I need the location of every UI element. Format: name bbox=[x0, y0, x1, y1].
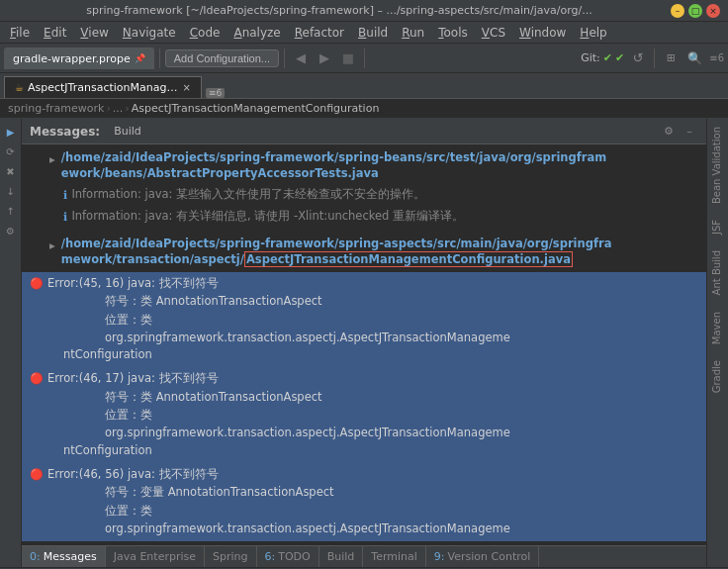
messages-panel: Messages: Build ⚙ – ▸ /home/zaid/IdeaPro… bbox=[22, 119, 706, 567]
msg-info-2: ℹ Information: java: 有关详细信息, 请使用 -Xlint:… bbox=[22, 206, 706, 228]
bottom-tab-label-0: Messages bbox=[44, 550, 97, 563]
toolbar-file-tab[interactable]: gradle-wrapper.prope 📌 bbox=[4, 47, 154, 69]
menu-item-run[interactable]: Run bbox=[396, 24, 430, 42]
bottom-tabs: 0:MessagesJava EnterpriseSpring6:TODOBui… bbox=[22, 545, 706, 567]
bottom-tab-todo[interactable]: 6:TODO bbox=[257, 546, 319, 568]
messages-settings-btn[interactable]: ⚙ bbox=[660, 123, 678, 141]
bottom-tab-java-enterprise[interactable]: Java Enterprise bbox=[106, 546, 205, 568]
msg-path-1[interactable]: ▸ /home/zaid/IdeaProjects/spring-framewo… bbox=[22, 146, 706, 184]
bottom-tab-label-3: TODO bbox=[278, 550, 311, 563]
error-block: 🔴 Error:(45, 16) java: 找不到符号 符号：类 Annota… bbox=[22, 272, 706, 541]
file-tab-aspectj[interactable]: ☕ AspectJTransactionManagementConfigurat… bbox=[4, 76, 202, 98]
menu-item-code[interactable]: Code bbox=[184, 24, 227, 42]
run-back-button: ◀ bbox=[290, 47, 312, 69]
info-icon-2: ℹ bbox=[63, 209, 67, 226]
right-tab-jsf[interactable]: JSF bbox=[708, 212, 727, 242]
error-detail-text-2c: org.springframework.transaction.aspectj.… bbox=[63, 426, 510, 456]
breadcrumb-project[interactable]: spring-framework bbox=[8, 102, 104, 115]
toolbar-separator bbox=[159, 48, 160, 68]
build-tab[interactable]: Build bbox=[108, 123, 147, 140]
git-refresh-button[interactable]: ↺ bbox=[627, 47, 649, 69]
toolbar-file-tab-name: gradle-wrapper.prope bbox=[13, 52, 131, 65]
error-text-3: Error:(46, 56) java: 找不到符号 bbox=[47, 466, 219, 483]
error-detail-text-1a: 符号：类 AnnotationTransactionAspect bbox=[63, 294, 330, 308]
msg-path-2[interactable]: ▸ /home/zaid/IdeaProjects/spring-framewo… bbox=[22, 233, 706, 270]
stop-icon[interactable]: ✖ bbox=[2, 162, 20, 180]
run-icon[interactable]: ▶ bbox=[2, 123, 20, 141]
menu-bar: FileEditViewNavigateCodeAnalyzeRefactorB… bbox=[0, 22, 728, 44]
menu-item-view[interactable]: View bbox=[74, 24, 114, 42]
error-text-1: Error:(45, 16) java: 找不到符号 bbox=[47, 275, 219, 292]
path-highlight: AspectJTransactionManagementConfiguratio… bbox=[244, 251, 573, 267]
toolbar-extra-btn[interactable]: ⊞ bbox=[660, 47, 682, 69]
path-arrow-icon-2: ▸ bbox=[49, 237, 55, 254]
toolbar: gradle-wrapper.prope 📌 Add Configuration… bbox=[0, 44, 728, 73]
menu-item-analyze[interactable]: Analyze bbox=[228, 24, 286, 42]
messages-content[interactable]: ▸ /home/zaid/IdeaProjects/spring-framewo… bbox=[22, 144, 706, 545]
menu-item-help[interactable]: Help bbox=[574, 24, 612, 42]
menu-item-build[interactable]: Build bbox=[352, 24, 394, 42]
error-detail-1b: 位置：类 bbox=[22, 311, 706, 329]
error-detail-2b: 位置：类 bbox=[22, 406, 706, 424]
messages-minimize-btn[interactable]: – bbox=[681, 123, 698, 141]
maximize-button[interactable]: □ bbox=[688, 4, 702, 18]
bottom-tab-num-6: 9: bbox=[434, 550, 445, 563]
error-icon-1: 🔴 bbox=[30, 276, 44, 293]
add-configuration-button[interactable]: Add Configuration... bbox=[165, 49, 279, 67]
bottom-tab-label-4: Build bbox=[327, 550, 355, 563]
error-detail-3a: 符号：变量 AnnotationTransactionAspect bbox=[22, 483, 706, 501]
git-check-icon: ✔ bbox=[603, 51, 612, 64]
messages-label: Messages: bbox=[30, 125, 100, 139]
stop-button: ■ bbox=[337, 47, 359, 69]
bottom-tab-messages[interactable]: 0:Messages bbox=[22, 546, 106, 568]
error-text-2: Error:(46, 17) java: 找不到符号 bbox=[47, 370, 219, 387]
main-area: ▶ ⟳ ✖ ↓ ↑ ⚙ Messages: Build ⚙ – ▸ /home/… bbox=[0, 119, 728, 567]
right-tab-bean-validation[interactable]: Bean Validation bbox=[708, 119, 727, 212]
right-tab-ant-build[interactable]: Ant Build bbox=[708, 242, 727, 303]
right-tab-maven[interactable]: Maven bbox=[708, 304, 727, 352]
bottom-tab-build[interactable]: Build bbox=[319, 546, 364, 568]
up-icon[interactable]: ↑ bbox=[2, 202, 20, 220]
error-detail-text-1b: 位置：类 bbox=[63, 313, 160, 327]
file-tab-name: AspectJTransactionManagementConfiguratio… bbox=[28, 81, 179, 94]
error-row-2[interactable]: 🔴 Error:(46, 17) java: 找不到符号 bbox=[22, 367, 706, 388]
git-check2-icon: ✔ bbox=[615, 51, 624, 64]
error-detail-text-3c: org.springframework.transaction.aspectj.… bbox=[63, 522, 518, 535]
right-tab-gradle[interactable]: Gradle bbox=[708, 352, 727, 401]
path-arrow-icon: ▸ bbox=[49, 151, 55, 168]
left-sidebar: ▶ ⟳ ✖ ↓ ↑ ⚙ bbox=[0, 119, 22, 567]
num-badge: ≡6 bbox=[709, 52, 724, 63]
file-tab-bar: ☕ AspectJTransactionManagementConfigurat… bbox=[0, 73, 728, 99]
down-icon[interactable]: ↓ bbox=[2, 182, 20, 200]
error-detail-2c: org.springframework.transaction.aspectj.… bbox=[22, 424, 706, 463]
info-icon-1: ℹ bbox=[63, 187, 67, 204]
bottom-tab-label-1: Java Enterprise bbox=[114, 550, 196, 563]
menu-item-navigate[interactable]: Navigate bbox=[117, 24, 182, 42]
msg-path-text-1: /home/zaid/IdeaProjects/spring-framework… bbox=[61, 149, 606, 181]
run-forward-button: ▶ bbox=[314, 47, 335, 69]
toolbar-search-button[interactable]: 🔍 bbox=[683, 47, 705, 69]
msg-group-1: ▸ /home/zaid/IdeaProjects/spring-framewo… bbox=[22, 144, 706, 231]
menu-item-file[interactable]: File bbox=[4, 24, 36, 42]
menu-item-window[interactable]: Window bbox=[513, 24, 572, 42]
menu-item-refactor[interactable]: Refactor bbox=[289, 24, 350, 42]
close-button[interactable]: × bbox=[706, 4, 720, 18]
reload-icon[interactable]: ⟳ bbox=[2, 142, 20, 160]
breadcrumb-src[interactable]: ... bbox=[113, 102, 124, 115]
bottom-tab-terminal[interactable]: Terminal bbox=[363, 546, 426, 568]
menu-item-edit[interactable]: Edit bbox=[38, 24, 72, 42]
minimize-button[interactable]: – bbox=[671, 4, 684, 18]
tab-badge: ≡6 bbox=[206, 88, 225, 98]
error-row-1[interactable]: 🔴 Error:(45, 16) java: 找不到符号 bbox=[22, 272, 706, 293]
bottom-tab-spring[interactable]: Spring bbox=[205, 546, 257, 568]
bottom-tab-version-control[interactable]: 9:Version Control bbox=[426, 546, 539, 568]
messages-header: Messages: Build ⚙ – bbox=[22, 119, 706, 144]
msg-path-text-2: /home/zaid/IdeaProjects/spring-framework… bbox=[61, 236, 612, 267]
menu-item-tools[interactable]: Tools bbox=[432, 24, 474, 42]
title-bar: spring-framework [~/IdeaProjects/spring-… bbox=[0, 0, 728, 22]
error-row-3[interactable]: 🔴 Error:(46, 56) java: 找不到符号 bbox=[22, 463, 706, 484]
menu-item-vcs[interactable]: VCS bbox=[476, 24, 511, 42]
file-tab-close[interactable]: × bbox=[183, 82, 191, 93]
settings-icon[interactable]: ⚙ bbox=[2, 222, 20, 239]
error-icon-2: 🔴 bbox=[30, 371, 44, 388]
